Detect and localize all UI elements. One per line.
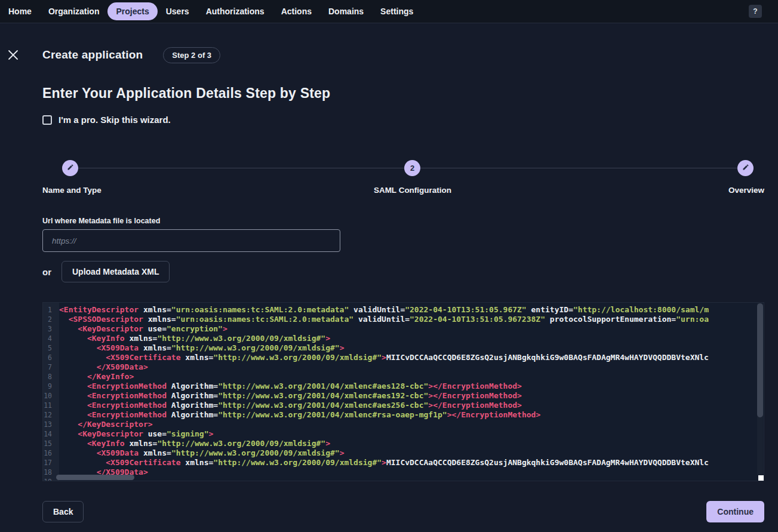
code-text: <X509Data xmlns="http://www.w3.org/2000/… bbox=[56, 448, 344, 458]
code-line: 12 <EncryptionMethod Algorithm="http://w… bbox=[43, 410, 764, 420]
line-number: 6 bbox=[43, 353, 56, 362]
skip-wizard-option[interactable]: I'm a pro. Skip this wizard. bbox=[42, 115, 764, 125]
code-lines: 1<EntityDescriptor xmlns="urn:oasis:name… bbox=[43, 303, 764, 481]
code-text: <EntityDescriptor xmlns="urn:oasis:names… bbox=[56, 305, 709, 315]
code-text: </KeyInfo> bbox=[56, 372, 134, 382]
code-line: 4 <KeyInfo xmlns="http://www.w3.org/2000… bbox=[43, 334, 764, 343]
code-line: 7 </X509Data> bbox=[43, 362, 764, 372]
page-title: Create application bbox=[42, 48, 143, 61]
code-text: <EncryptionMethod Algorithm="http://www.… bbox=[56, 391, 522, 401]
or-upload-row: or Upload Metadata XML bbox=[42, 261, 764, 282]
line-number: 7 bbox=[43, 362, 56, 372]
vertical-scrollbar-thumb[interactable] bbox=[757, 303, 763, 417]
code-text: <KeyDescriptor use="encryption"> bbox=[56, 324, 227, 334]
code-line: 19 bbox=[43, 477, 764, 481]
line-number: 10 bbox=[43, 391, 56, 401]
nav-item-organization[interactable]: Organization bbox=[40, 2, 108, 20]
metadata-url-label: Url where Metadata file is located bbox=[42, 217, 764, 225]
code-text: <EncryptionMethod Algorithm="http://www.… bbox=[56, 401, 522, 410]
wizard-footer: Back Continue bbox=[42, 501, 764, 522]
step-3-circle[interactable] bbox=[737, 160, 754, 176]
line-number: 18 bbox=[43, 468, 56, 477]
nav-item-home[interactable]: Home bbox=[0, 2, 40, 20]
line-number: 19 bbox=[43, 477, 56, 481]
code-line: 3 <KeyDescriptor use="encryption"> bbox=[43, 324, 764, 334]
back-button[interactable]: Back bbox=[42, 501, 84, 522]
step-1-label: Name and Type bbox=[42, 186, 102, 195]
nav-item-domains[interactable]: Domains bbox=[320, 2, 372, 20]
code-text: </KeyDescriptor> bbox=[56, 420, 153, 429]
editor-resize-handle[interactable] bbox=[758, 475, 764, 481]
line-number: 12 bbox=[43, 410, 56, 420]
code-text: <EncryptionMethod Algorithm="http://www.… bbox=[56, 410, 540, 420]
code-line: 1<EntityDescriptor xmlns="urn:oasis:name… bbox=[43, 305, 764, 315]
code-line: 8 </KeyInfo> bbox=[43, 372, 764, 382]
main-content: Create application Step 2 of 3 Enter You… bbox=[0, 47, 778, 522]
nav-item-authorizations[interactable]: Authorizations bbox=[198, 2, 273, 20]
code-line: 10 <EncryptionMethod Algorithm="http://w… bbox=[43, 391, 764, 401]
line-number: 16 bbox=[43, 448, 56, 458]
line-number: 15 bbox=[43, 439, 56, 448]
line-number: 4 bbox=[43, 334, 56, 343]
code-text: <KeyInfo xmlns="http://www.w3.org/2000/0… bbox=[56, 439, 330, 448]
code-line: 15 <KeyInfo xmlns="http://www.w3.org/200… bbox=[43, 439, 764, 448]
code-text: <EncryptionMethod Algorithm="http://www.… bbox=[56, 382, 522, 391]
code-line: 2 <SPSSODescriptor xmlns="urn:oasis:name… bbox=[43, 315, 764, 324]
step-1-circle[interactable] bbox=[62, 160, 78, 176]
line-number: 1 bbox=[43, 305, 56, 315]
code-line: 16 <X509Data xmlns="http://www.w3.org/20… bbox=[43, 448, 764, 458]
code-line: 9 <EncryptionMethod Algorithm="http://ww… bbox=[43, 382, 764, 391]
code-line: 13 </KeyDescriptor> bbox=[43, 420, 764, 429]
line-number: 14 bbox=[43, 429, 56, 439]
skip-wizard-label: I'm a pro. Skip this wizard. bbox=[59, 115, 171, 125]
wizard-heading: Enter Your Application Details Step by S… bbox=[42, 85, 764, 102]
code-line: 5 <X509Data xmlns="http://www.w3.org/200… bbox=[43, 343, 764, 353]
code-line: 14 <KeyDescriptor use="signing"> bbox=[43, 429, 764, 439]
line-number: 9 bbox=[43, 382, 56, 391]
line-number: 13 bbox=[43, 420, 56, 429]
line-number: 8 bbox=[43, 372, 56, 382]
nav-item-users[interactable]: Users bbox=[158, 2, 198, 20]
nav-item-actions[interactable]: Actions bbox=[273, 2, 320, 20]
code-text: <X509Certificate xmlns="http://www.w3.or… bbox=[56, 353, 709, 362]
code-text: <KeyDescriptor use="signing"> bbox=[56, 429, 213, 439]
line-number: 17 bbox=[43, 458, 56, 468]
line-number: 11 bbox=[43, 401, 56, 410]
line-number: 2 bbox=[43, 315, 56, 324]
continue-button[interactable]: Continue bbox=[706, 501, 764, 522]
code-line: 18 </X509Data> bbox=[43, 468, 764, 477]
step-2-label: SAML Configuration bbox=[323, 186, 502, 195]
code-text: <X509Certificate xmlns="http://www.w3.or… bbox=[56, 458, 709, 468]
skip-wizard-checkbox[interactable] bbox=[42, 115, 52, 125]
code-text: <KeyInfo xmlns="http://www.w3.org/2000/0… bbox=[56, 334, 330, 343]
horizontal-scrollbar-thumb[interactable] bbox=[56, 475, 134, 480]
step-2-circle[interactable]: 2 bbox=[404, 160, 420, 176]
code-line: 6 <X509Certificate xmlns="http://www.w3.… bbox=[43, 353, 764, 362]
step-badge: Step 2 of 3 bbox=[163, 47, 220, 63]
nav-item-projects[interactable]: Projects bbox=[107, 2, 157, 20]
line-number: 3 bbox=[43, 324, 56, 334]
help-button[interactable]: ? bbox=[749, 5, 762, 18]
code-text: <SPSSODescriptor xmlns="urn:oasis:names:… bbox=[56, 315, 709, 324]
code-line: 17 <X509Certificate xmlns="http://www.w3… bbox=[43, 458, 764, 468]
code-line: 11 <EncryptionMethod Algorithm="http://w… bbox=[43, 401, 764, 410]
metadata-url-input[interactable] bbox=[42, 229, 340, 252]
wizard-header: Create application Step 2 of 3 bbox=[7, 47, 764, 63]
code-text: <X509Data xmlns="http://www.w3.org/2000/… bbox=[56, 343, 344, 353]
upload-metadata-button[interactable]: Upload Metadata XML bbox=[61, 261, 170, 282]
or-label: or bbox=[42, 267, 51, 277]
pencil-icon bbox=[67, 164, 74, 173]
line-number: 5 bbox=[43, 343, 56, 353]
code-text: </X509Data> bbox=[56, 362, 148, 372]
close-icon[interactable] bbox=[7, 50, 19, 61]
pencil-icon bbox=[742, 164, 749, 173]
top-navigation: Home Organization Projects Users Authori… bbox=[0, 0, 778, 23]
step-3-label: Overview bbox=[728, 186, 764, 195]
step-2-number: 2 bbox=[410, 164, 414, 173]
wizard-stepper: 2 Name and Type SAML Configuration Overv… bbox=[42, 160, 764, 195]
metadata-xml-editor[interactable]: 1<EntityDescriptor xmlns="urn:oasis:name… bbox=[42, 302, 764, 481]
nav-item-settings[interactable]: Settings bbox=[372, 2, 422, 20]
